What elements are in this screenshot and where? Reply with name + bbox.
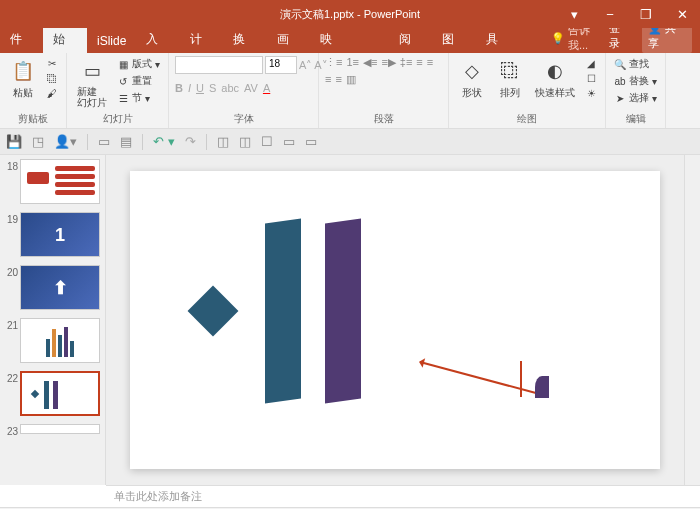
shape-fill-button[interactable]: ◢: [583, 56, 599, 70]
redo-button[interactable]: ↷: [185, 134, 196, 149]
replace-button[interactable]: ab替换 ▾: [612, 73, 659, 89]
select-button[interactable]: ➤选择 ▾: [612, 90, 659, 106]
qat-button[interactable]: ▤: [120, 134, 132, 149]
underline-button[interactable]: U: [196, 82, 204, 94]
strike-button[interactable]: S: [209, 82, 216, 94]
shape-outline-button[interactable]: ☐: [583, 71, 599, 85]
group-paragraph: ⋮≡ 1≡ ◀≡ ≡▶ ‡≡ ≡ ≡ ≡ ≡ ▥ 段落: [319, 53, 449, 128]
outline-icon: ☐: [585, 72, 597, 84]
shape-bar-purple[interactable]: [325, 218, 361, 403]
qat-button[interactable]: ▭: [305, 134, 317, 149]
layout-icon: ▦: [117, 58, 129, 70]
minimize-button[interactable]: −: [592, 0, 628, 28]
clipboard-icon: 📋: [10, 58, 36, 84]
group-label: 幻灯片: [103, 112, 133, 126]
shape-diamond[interactable]: [188, 286, 239, 337]
title-bar: 演示文稿1.pptx - PowerPoint ▾ − ❐ ✕: [0, 0, 700, 28]
thumbnail-item[interactable]: 18: [0, 157, 105, 210]
align-center-button[interactable]: ≡: [427, 56, 433, 69]
section-icon: ☰: [117, 92, 129, 104]
qat-button[interactable]: ◫: [217, 134, 229, 149]
thumbnail-item[interactable]: 22: [0, 369, 105, 422]
reset-button[interactable]: ↺重置: [115, 73, 162, 89]
qat-button[interactable]: ◳: [32, 134, 44, 149]
arrange-button[interactable]: ⿻排列: [493, 56, 527, 102]
qat-button[interactable]: ▭: [283, 134, 295, 149]
font-family-select[interactable]: [175, 56, 263, 74]
reset-icon: ↺: [117, 75, 129, 87]
group-editing: 🔍查找 ab替换 ▾ ➤选择 ▾ 编辑: [606, 53, 666, 128]
font-size-select[interactable]: 18: [265, 56, 297, 74]
shape-small-curve[interactable]: [535, 376, 549, 398]
align-left-button[interactable]: ≡: [416, 56, 422, 69]
group-label: 段落: [374, 112, 394, 126]
maximize-button[interactable]: ❐: [628, 0, 664, 28]
cut-button[interactable]: ✂: [44, 56, 60, 70]
search-icon: 🔍: [614, 58, 626, 70]
group-drawing: ◇形状 ⿻排列 ◐快速样式 ◢ ☐ ☀ 绘图: [449, 53, 606, 128]
justify-button[interactable]: ≡: [335, 73, 341, 86]
indent-inc-button[interactable]: ≡▶: [381, 56, 395, 69]
main-area: 18 19 1 20 ⬆ 21 22 23: [0, 155, 700, 485]
qat-button[interactable]: ▭: [98, 134, 110, 149]
quick-styles-button[interactable]: ◐快速样式: [531, 56, 579, 102]
format-painter-button[interactable]: 🖌: [44, 86, 60, 100]
copy-button[interactable]: ⿻: [44, 71, 60, 85]
notes-pane[interactable]: 单击此处添加备注: [106, 485, 700, 507]
font-color-button[interactable]: A: [263, 82, 270, 94]
cursor-icon: ➤: [614, 92, 626, 104]
thumbnail-item[interactable]: 19 1: [0, 210, 105, 263]
align-right-button[interactable]: ≡: [325, 73, 331, 86]
slide-canvas[interactable]: [106, 155, 684, 485]
section-button[interactable]: ☰节 ▾: [115, 90, 162, 106]
copy-icon: ⿻: [46, 72, 58, 84]
qat-button[interactable]: ☐: [261, 134, 273, 149]
find-button[interactable]: 🔍查找: [612, 56, 659, 72]
shape-bar-teal[interactable]: [265, 218, 301, 403]
ribbon-collapse-icon[interactable]: ▾: [556, 0, 592, 28]
fill-icon: ◢: [585, 57, 597, 69]
brush-icon: 🖌: [46, 87, 58, 99]
vertical-scrollbar[interactable]: [684, 155, 700, 485]
arrange-icon: ⿻: [497, 58, 523, 84]
ribbon-tabs: 文件 开始 iSlide 插入 设计 切换 动画 幻灯片放映 审阅 视图 开发工…: [0, 28, 700, 53]
italic-button[interactable]: I: [188, 82, 191, 94]
qat-button[interactable]: 👤▾: [54, 134, 77, 149]
slide-thumbnail-panel[interactable]: 18 19 1 20 ⬆ 21 22 23: [0, 155, 106, 485]
tab-islide[interactable]: iSlide: [87, 29, 136, 53]
bullets-button[interactable]: ⋮≡: [325, 56, 342, 69]
undo-button[interactable]: ↶ ▾: [153, 134, 175, 149]
qat-button[interactable]: ◫: [239, 134, 251, 149]
spacing-button[interactable]: AV: [244, 82, 258, 94]
shape-effects-button[interactable]: ☀: [583, 86, 599, 100]
current-slide[interactable]: [130, 171, 660, 469]
shape-small-bar[interactable]: [520, 361, 522, 397]
group-label: 字体: [234, 112, 254, 126]
save-button[interactable]: 💾: [6, 134, 22, 149]
shadow-button[interactable]: abc: [221, 82, 239, 94]
effects-icon: ☀: [585, 87, 597, 99]
layout-button[interactable]: ▦版式 ▾: [115, 56, 162, 72]
shapes-icon: ◇: [459, 58, 485, 84]
thumbnail-item[interactable]: 21: [0, 316, 105, 369]
group-label: 编辑: [626, 112, 646, 126]
line-spacing-button[interactable]: ‡≡: [400, 56, 413, 69]
annotation-arrow: [420, 361, 536, 394]
thumbnail-item[interactable]: 23: [0, 422, 105, 443]
new-slide-button[interactable]: ▭ 新建 幻灯片: [73, 56, 111, 110]
paste-button[interactable]: 📋 粘贴: [6, 56, 40, 102]
group-label: 剪贴板: [18, 112, 48, 126]
group-font: 18 A˄ A˅ B I U S abc AV A 字体: [169, 53, 319, 128]
thumbnail-item[interactable]: 20 ⬆: [0, 263, 105, 316]
replace-icon: ab: [614, 75, 626, 87]
shapes-button[interactable]: ◇形状: [455, 56, 489, 102]
group-label: 绘图: [517, 112, 537, 126]
increase-font-icon[interactable]: A˄: [299, 59, 312, 72]
numbering-button[interactable]: 1≡: [346, 56, 359, 69]
indent-dec-button[interactable]: ◀≡: [363, 56, 377, 69]
bold-button[interactable]: B: [175, 82, 183, 94]
columns-button[interactable]: ▥: [346, 73, 356, 86]
close-button[interactable]: ✕: [664, 0, 700, 28]
scissors-icon: ✂: [46, 57, 58, 69]
quick-access-toolbar: 💾 ◳ 👤▾ ▭ ▤ ↶ ▾ ↷ ◫ ◫ ☐ ▭ ▭: [0, 129, 700, 155]
